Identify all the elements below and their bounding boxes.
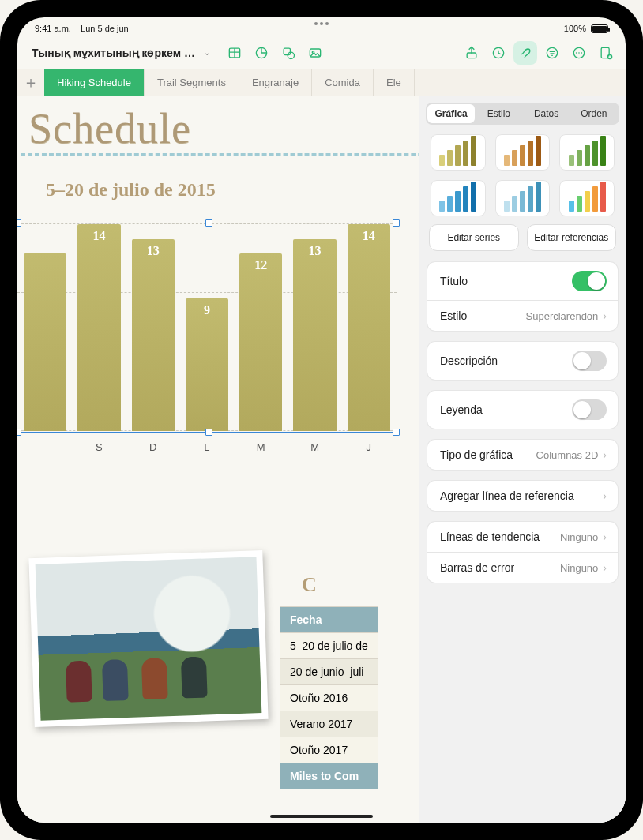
sheet-tab[interactable]: Ele	[374, 69, 415, 96]
table-footer[interactable]: Miles to Com	[280, 763, 378, 789]
chart-style-grid	[419, 129, 626, 224]
section-title: C	[280, 573, 378, 606]
table-row[interactable]: 20 de junio–juli	[280, 659, 378, 685]
segment-datos[interactable]: Datos	[523, 104, 570, 123]
row-legend[interactable]: Leyenda	[427, 391, 618, 429]
bar[interactable]: 13	[293, 239, 336, 431]
share-button[interactable]	[460, 41, 483, 65]
bar-value-label: 9	[204, 303, 210, 317]
sheet-tab[interactable]: Comida	[312, 69, 374, 96]
row-chart-type[interactable]: Tipo de gráfica Columnas 2D›	[427, 440, 618, 470]
navbar: Тынық мұхитының көркем жолдары ⌄	[17, 36, 626, 69]
format-panel: GráficaEstiloDatosOrden Editar series Ed…	[419, 96, 626, 823]
filter-sort-button[interactable]	[540, 41, 564, 65]
bar-chart[interactable]: 14139121314 SDLMMJ	[17, 205, 404, 464]
add-sheet-button[interactable]: ＋	[17, 69, 44, 96]
multitask-dots[interactable]	[314, 22, 329, 25]
segment-estilo[interactable]: Estilo	[475, 104, 522, 123]
row-description[interactable]: Descripción	[427, 342, 618, 380]
more-button[interactable]	[567, 41, 591, 65]
x-axis-label: M	[239, 441, 282, 453]
row-error-bars[interactable]: Barras de error Ninguno›	[427, 552, 618, 583]
canvas[interactable]: Schedule 5–20 de julio de 2015 141391213…	[17, 96, 626, 823]
panel-segments[interactable]: GráficaEstiloDatosOrden	[426, 103, 619, 125]
chart-style-thumb[interactable]	[559, 180, 615, 216]
chart-style-thumb[interactable]	[495, 180, 551, 216]
dates-table[interactable]: C Fecha5–20 de julio de20 de junio–juliO…	[280, 573, 378, 789]
table-header[interactable]: Fecha	[280, 607, 378, 633]
chart-style-thumb[interactable]	[495, 134, 551, 171]
sheet-tab[interactable]: Engranaje	[239, 69, 312, 96]
chevron-right-icon: ›	[603, 561, 607, 574]
collaborate-button[interactable]	[594, 41, 618, 65]
x-axis-label: D	[132, 441, 175, 453]
svg-rect-8	[467, 53, 476, 58]
document-title[interactable]: Тынық мұхитының көркем жолдары	[32, 47, 197, 59]
status-date: Lun 5 de jun	[81, 24, 129, 33]
insert-table-button[interactable]	[223, 41, 246, 65]
svg-rect-4	[284, 48, 290, 54]
row-style[interactable]: Estilo Superclarendon›	[427, 300, 618, 331]
bar[interactable]: 14	[348, 224, 390, 431]
chevron-right-icon: ›	[603, 531, 607, 543]
insert-media-button[interactable]	[303, 41, 327, 65]
table-row[interactable]: 5–20 de julio de	[280, 633, 378, 659]
chevron-right-icon: ›	[603, 448, 607, 461]
chart-style-thumb[interactable]	[559, 134, 615, 171]
x-axis-label	[24, 441, 66, 453]
segment-orden[interactable]: Orden	[570, 104, 618, 123]
edit-references-button[interactable]: Editar referencias	[527, 224, 617, 251]
bar[interactable]: 12	[239, 253, 282, 431]
toggle-legend[interactable]	[572, 399, 607, 420]
bar[interactable]: 13	[132, 239, 175, 431]
row-title[interactable]: Título	[427, 262, 618, 300]
segment-gráfica[interactable]: Gráfica	[427, 104, 475, 123]
svg-point-5	[288, 52, 294, 58]
bar[interactable]: 9	[186, 298, 228, 431]
bar[interactable]	[24, 253, 66, 431]
status-battery-pct: 100%	[564, 24, 586, 33]
insert-shape-button[interactable]	[276, 41, 300, 65]
chevron-right-icon: ›	[603, 309, 607, 322]
sheet-tabs: ＋ Hiking ScheduleTrail SegmentsEngranaje…	[17, 69, 626, 96]
sheet-tab[interactable]: Trail Segments	[145, 69, 239, 96]
x-axis-label: S	[77, 441, 120, 453]
insert-chart-button[interactable]	[250, 41, 273, 65]
chart-style-thumb[interactable]	[431, 180, 486, 216]
x-axis-label: L	[186, 441, 228, 453]
svg-point-17	[581, 52, 583, 54]
row-add-reference-line[interactable]: Agregar línea de referencia ›	[427, 481, 618, 511]
chart-style-thumb[interactable]	[431, 134, 486, 171]
toggle-description[interactable]	[572, 351, 607, 371]
row-trendlines[interactable]: Líneas de tendencia Ninguno›	[427, 522, 618, 552]
status-bar: 9:41 a.m. Lun 5 de jun 100%	[17, 17, 626, 36]
edit-series-button[interactable]: Editar series	[429, 224, 519, 251]
x-axis-label: J	[348, 441, 390, 453]
bar-value-label: 14	[363, 229, 375, 243]
table-row[interactable]: Otoño 2016	[280, 685, 378, 711]
title-menu-chevron-icon[interactable]: ⌄	[204, 48, 210, 57]
back-button[interactable]	[25, 43, 28, 63]
bar[interactable]: 14	[77, 224, 120, 431]
x-axis-label: M	[293, 441, 336, 453]
undo-history-button[interactable]	[487, 41, 510, 65]
format-brush-button[interactable]	[513, 41, 537, 65]
svg-point-10	[547, 47, 557, 58]
battery-icon	[591, 24, 608, 33]
photo-placeholder[interactable]	[28, 550, 268, 727]
svg-point-16	[578, 52, 580, 54]
toggle-title[interactable]	[572, 271, 607, 291]
bar-value-label: 14	[92, 229, 105, 243]
table-row[interactable]: Verano 2017	[280, 711, 378, 737]
bar-value-label: 13	[309, 244, 322, 258]
sheet-tab[interactable]: Hiking Schedule	[44, 69, 145, 96]
status-time: 9:41 a.m.	[35, 24, 71, 33]
bar-value-label: 13	[147, 244, 160, 258]
bar-value-label: 12	[254, 258, 267, 272]
svg-point-15	[576, 52, 577, 54]
chevron-right-icon: ›	[603, 489, 607, 502]
home-indicator[interactable]	[270, 815, 373, 818]
table-row[interactable]: Otoño 2017	[280, 737, 378, 763]
